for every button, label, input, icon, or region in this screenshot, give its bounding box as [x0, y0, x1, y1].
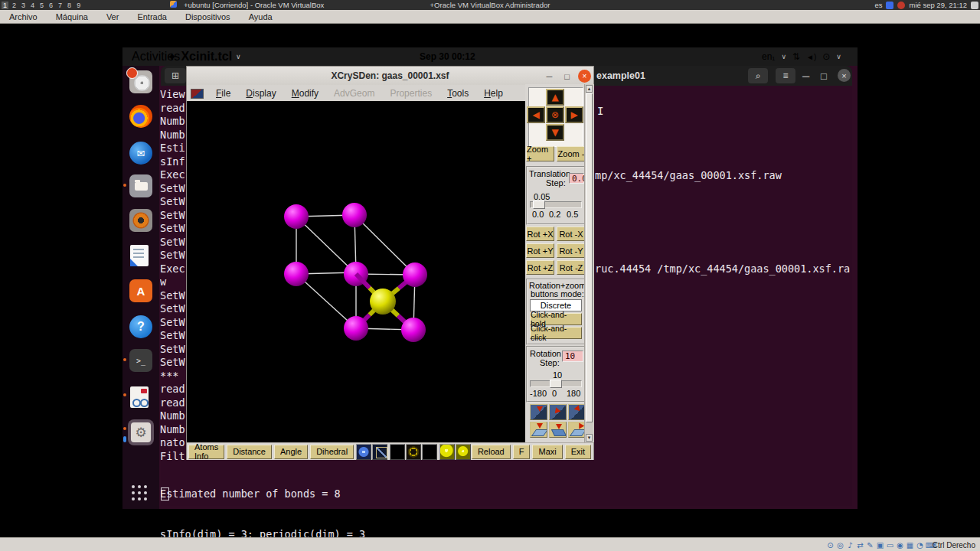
features-icon[interactable]: ▦: [906, 541, 914, 549]
shared-folders-icon[interactable]: ▣: [876, 541, 884, 549]
atom-ga[interactable]: [342, 203, 367, 227]
close-icon[interactable]: ×: [578, 70, 591, 83]
system-tray[interactable]: en₁ ∨ ⇅ ◄) ⊙ ∨: [762, 47, 841, 66]
tray-app-icon[interactable]: [897, 2, 905, 9]
network-icon[interactable]: ⇄: [856, 541, 864, 549]
virtualbox-tray-icon[interactable]: [886, 2, 893, 9]
rotate-plane-button[interactable]: [568, 422, 586, 438]
wireframe-sphere-icon[interactable]: [406, 444, 421, 460]
dock-item-document-viewer[interactable]: [128, 384, 154, 410]
workspace-number[interactable]: 1: [2, 2, 8, 9]
zoom-in-button[interactable]: Zoom +: [526, 146, 554, 161]
harddisk-icon[interactable]: ⊙: [826, 541, 835, 549]
scroll-up-icon[interactable]: ▲: [586, 85, 593, 93]
xcrysden-titlebar[interactable]: XCrySDen: gaas_00001.xsf ─ □ ×: [187, 67, 593, 86]
rotate-plane-button[interactable]: [530, 404, 547, 420]
atom-ga[interactable]: [284, 262, 309, 286]
workspace-number[interactable]: 7: [57, 2, 64, 9]
translation-slider-thumb[interactable]: [533, 201, 545, 209]
keyboard-layout[interactable]: es: [874, 1, 882, 9]
atom-ga[interactable]: [401, 318, 426, 342]
menu-item-entrada[interactable]: Entrada: [128, 12, 176, 21]
angle-button[interactable]: Angle: [274, 445, 308, 459]
workspace-number[interactable]: 5: [38, 2, 45, 9]
menu-help[interactable]: Help: [476, 86, 511, 100]
atoms-info-button[interactable]: Atoms Info: [188, 445, 224, 459]
rotate-plane-button[interactable]: [549, 422, 567, 438]
optical-disc-icon[interactable]: ◎: [836, 541, 844, 549]
f-button[interactable]: F: [513, 445, 531, 459]
sphere-small-icon[interactable]: [456, 444, 471, 460]
exit-button[interactable]: Exit: [565, 445, 591, 459]
dock-item-installer[interactable]: [128, 69, 154, 95]
menu-item-ayuda[interactable]: Ayuda: [240, 12, 282, 21]
search-icon[interactable]: ⌕: [748, 68, 768, 83]
mouse-integration-icon[interactable]: ◔: [916, 541, 924, 549]
dock-item-files[interactable]: [128, 173, 154, 199]
atom-as[interactable]: [370, 289, 396, 315]
show-applications-button[interactable]: [128, 481, 154, 507]
rot-button-rot-x[interactable]: Rot -X: [557, 227, 586, 241]
menu-item-máquina[interactable]: Máquina: [47, 12, 97, 21]
dock-item-terminal[interactable]: >_: [128, 347, 154, 373]
menu-tools[interactable]: Tools: [439, 86, 476, 100]
atom-ga[interactable]: [403, 262, 427, 287]
workspace-number[interactable]: 3: [20, 2, 27, 9]
usb-icon[interactable]: ✎: [866, 541, 874, 549]
menu-modify[interactable]: Modify: [284, 86, 326, 100]
distance-button[interactable]: Distance: [227, 445, 272, 459]
menu-item-dispositivos[interactable]: Dispositivos: [176, 12, 240, 21]
rotation-step-entry[interactable]: 10: [562, 350, 583, 362]
window-corner-icon[interactable]: [971, 2, 978, 9]
translate-left-button[interactable]: ◀: [527, 106, 545, 123]
translate-up-button[interactable]: ▲: [546, 89, 564, 106]
display-icon[interactable]: ▭: [886, 541, 894, 549]
atom-ga[interactable]: [284, 204, 309, 229]
dock-item-thunderbird[interactable]: ✉: [128, 140, 154, 166]
panel-scrollbar[interactable]: ▲ ▼: [584, 84, 594, 442]
menu-display[interactable]: Display: [238, 86, 283, 100]
workspace-number[interactable]: 8: [66, 2, 73, 9]
focused-app-menu[interactable]: ✦ Xcinit.tcl ∨: [167, 47, 241, 66]
sphere-large-icon[interactable]: [439, 444, 455, 460]
recording-icon[interactable]: ◉: [896, 541, 904, 549]
keyboard-indicator[interactable]: en₁: [762, 51, 775, 62]
new-tab-button[interactable]: ⊞: [165, 68, 186, 83]
menu-item-archivo[interactable]: Archivo: [0, 12, 47, 21]
dock-item-help[interactable]: ?: [128, 314, 154, 340]
menu-file[interactable]: File: [208, 86, 238, 100]
rotate-plane-button[interactable]: [549, 404, 567, 420]
workspace-number[interactable]: 4: [29, 2, 36, 9]
workspace-number[interactable]: 9: [75, 2, 82, 9]
rot-button-rotx[interactable]: Rot +X: [526, 227, 554, 241]
spacefill-icon[interactable]: [390, 444, 405, 460]
dock-item-rhythmbox[interactable]: [128, 207, 154, 233]
mode-click-and-click-button[interactable]: Click-and-click: [530, 327, 582, 339]
translation-step-entry[interactable]: 0.05: [569, 173, 584, 184]
atom-ga[interactable]: [344, 316, 368, 341]
workspace-indicator[interactable]: 123456789: [2, 0, 82, 10]
menu-item-ver[interactable]: Ver: [97, 12, 129, 21]
dock-item-writer[interactable]: [128, 243, 154, 269]
ballstick-icon[interactable]: [422, 444, 437, 460]
dock-item-xcrysden-active[interactable]: ⚙: [128, 419, 154, 445]
translate-down-button[interactable]: ▼: [546, 124, 564, 141]
rot-button-rot-y[interactable]: Rot -Y: [557, 243, 586, 258]
workspace-number[interactable]: 6: [47, 2, 54, 9]
rot-button-rot-z[interactable]: Rot -Z: [557, 260, 586, 275]
center-button[interactable]: ⊗: [546, 106, 564, 123]
hamburger-menu-icon[interactable]: ≡: [776, 68, 795, 83]
rotate-plane-button[interactable]: [530, 422, 547, 438]
minimize-icon[interactable]: ─: [802, 68, 809, 83]
rot-button-rotz[interactable]: Rot +Z: [526, 260, 554, 275]
rotation-slider-thumb[interactable]: [550, 380, 562, 388]
reload-button[interactable]: Reload: [472, 445, 511, 459]
guest-clock[interactable]: Sep 30 00:12: [420, 47, 475, 66]
dock-item-firefox[interactable]: [128, 103, 154, 129]
dihedral-button[interactable]: Dihedral: [310, 445, 354, 459]
structure-canvas[interactable]: [187, 101, 525, 442]
maximize-icon[interactable]: □: [560, 70, 573, 83]
crystal-icon[interactable]: [356, 444, 371, 460]
rotate-plane-button[interactable]: [568, 404, 586, 420]
zoom-out-button[interactable]: Zoom -: [557, 146, 586, 161]
